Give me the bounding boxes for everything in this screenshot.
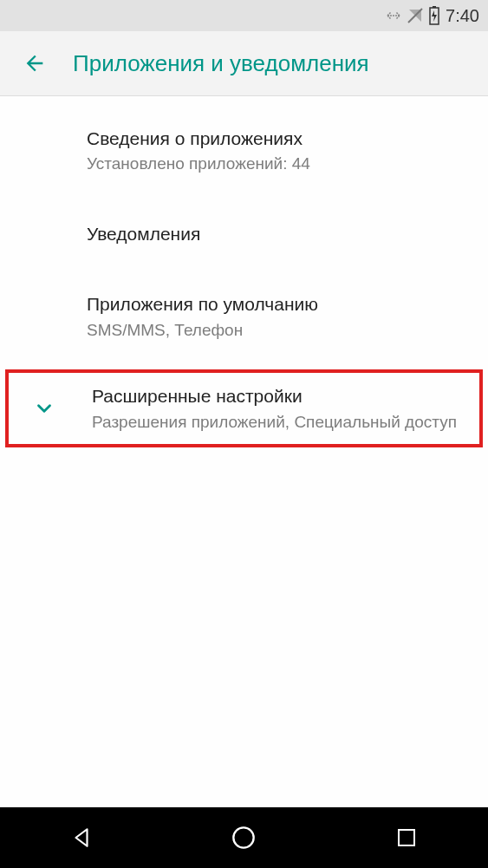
circle-home-icon bbox=[231, 826, 256, 850]
nav-back-button[interactable] bbox=[55, 812, 107, 864]
item-title: Сведения о приложениях bbox=[87, 126, 471, 151]
item-title: Приложения по умолчанию bbox=[87, 291, 471, 317]
back-button[interactable] bbox=[17, 46, 52, 81]
item-subtitle: Установлено приложений: 44 bbox=[87, 153, 471, 176]
app-info-item[interactable]: Сведения о приложениях Установлено прило… bbox=[0, 114, 488, 188]
nav-home-button[interactable] bbox=[218, 812, 270, 864]
arrow-back-icon bbox=[23, 51, 47, 75]
square-recent-icon bbox=[396, 827, 417, 848]
app-bar: Приложения и уведомления bbox=[0, 31, 488, 96]
no-sim-icon bbox=[407, 8, 423, 23]
svg-rect-4 bbox=[399, 830, 414, 845]
battery-charging-icon bbox=[428, 6, 440, 25]
item-subtitle: SMS/MMS, Телефон bbox=[87, 319, 471, 343]
data-transfer-icon bbox=[385, 9, 402, 23]
settings-list: Сведения о приложениях Установлено прило… bbox=[0, 96, 488, 447]
item-subtitle: Разрешения приложений, Специальный досту… bbox=[92, 411, 465, 434]
item-title: Расширенные настройки bbox=[92, 383, 465, 408]
chevron-down-icon bbox=[33, 397, 55, 423]
triangle-back-icon bbox=[70, 826, 93, 849]
notifications-item[interactable]: Уведомления bbox=[0, 209, 488, 258]
advanced-settings-item[interactable]: Расширенные настройки Разрешения приложе… bbox=[5, 369, 483, 447]
navigation-bar bbox=[0, 807, 488, 868]
status-bar: 7:40 bbox=[0, 0, 488, 31]
default-apps-item[interactable]: Приложения по умолчанию SMS/MMS, Телефон bbox=[0, 279, 488, 354]
svg-rect-2 bbox=[433, 6, 436, 8]
nav-recent-button[interactable] bbox=[381, 812, 433, 864]
status-time: 7:40 bbox=[446, 6, 479, 26]
item-title: Уведомления bbox=[87, 221, 471, 246]
page-title: Приложения и уведомления bbox=[73, 50, 369, 77]
svg-point-3 bbox=[234, 827, 254, 847]
